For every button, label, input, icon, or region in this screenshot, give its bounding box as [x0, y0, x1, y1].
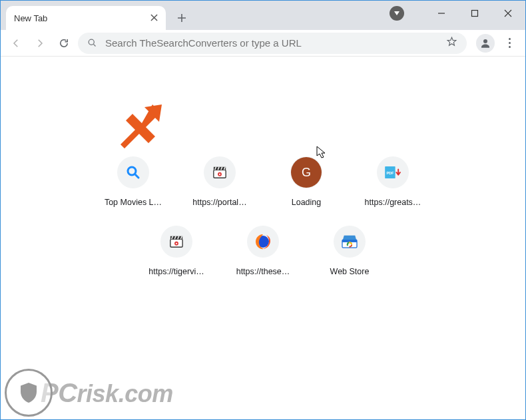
window-controls [390, 3, 523, 23]
shortcut-icon [160, 226, 192, 258]
svg-marker-33 [121, 105, 160, 148]
shortcut-icon [117, 156, 149, 188]
shortcut-icon: PDF [377, 156, 409, 188]
minimize-button[interactable] [427, 3, 456, 23]
shortcut-icon [247, 226, 279, 258]
kebab-menu-icon[interactable] [503, 38, 516, 48]
close-window-button[interactable] [493, 3, 523, 23]
titlebar: New Tab [1, 1, 525, 30]
svg-marker-0 [394, 11, 399, 15]
shortcut-grid: Top Movies L…https://portal…GLoadingPDFh… [90, 156, 436, 276]
svg-line-4 [93, 44, 95, 46]
shortcut-tile[interactable]: PDFhttps://greats… [356, 156, 429, 207]
shortcut-label: Web Store [313, 267, 386, 276]
omnibox[interactable] [78, 33, 467, 54]
svg-marker-34 [144, 105, 162, 122]
annotation-arrow-icon [121, 105, 174, 158]
content-area: Top Movies L…https://portal…GLoadingPDFh… [1, 57, 525, 419]
back-button[interactable] [6, 33, 26, 53]
shortcut-icon [334, 226, 366, 258]
svg-rect-2 [472, 11, 478, 17]
svg-line-8 [135, 174, 138, 178]
search-icon [87, 38, 97, 48]
forward-button[interactable] [30, 33, 50, 53]
shortcut-label: https://greats… [356, 198, 429, 207]
maximize-button[interactable] [460, 3, 489, 23]
svg-point-3 [89, 39, 94, 45]
tab-title: New Tab [14, 13, 47, 23]
shortcut-icon: G [290, 156, 322, 188]
extension-badge-icon[interactable] [390, 6, 404, 21]
shortcut-icon [204, 156, 236, 188]
omnibox-input[interactable] [105, 37, 446, 49]
svg-point-6 [483, 39, 487, 43]
new-tab-button[interactable] [172, 9, 191, 27]
shortcut-label: https://tigervi… [140, 267, 213, 276]
watermark-shield-icon [5, 369, 53, 417]
shortcut-tile[interactable]: Top Movies L… [97, 156, 170, 207]
svg-marker-5 [447, 37, 456, 45]
watermark-text: PCrisk.com [41, 378, 173, 408]
watermark: PCrisk.com [5, 369, 173, 417]
shortcut-label: Top Movies L… [97, 198, 170, 207]
shortcut-tile[interactable]: Web Store [313, 226, 386, 276]
svg-text:PDF: PDF [386, 171, 394, 175]
bookmark-star-icon[interactable] [446, 36, 457, 50]
close-tab-icon[interactable] [150, 13, 158, 23]
shortcut-label: https://portal… [183, 198, 256, 207]
browser-tab[interactable]: New Tab [6, 6, 166, 30]
shortcut-tile[interactable]: https://these… [226, 226, 300, 276]
shortcut-label: https://these… [226, 267, 300, 276]
toolbar [1, 30, 525, 57]
profile-avatar-icon[interactable] [476, 34, 495, 53]
shortcut-tile[interactable]: https://tigervi… [140, 226, 213, 276]
shortcut-tile[interactable]: https://portal… [183, 156, 256, 207]
reload-button[interactable] [54, 33, 74, 53]
shortcut-tile[interactable]: GLoading [270, 156, 343, 207]
shortcut-label: Loading [270, 198, 343, 207]
